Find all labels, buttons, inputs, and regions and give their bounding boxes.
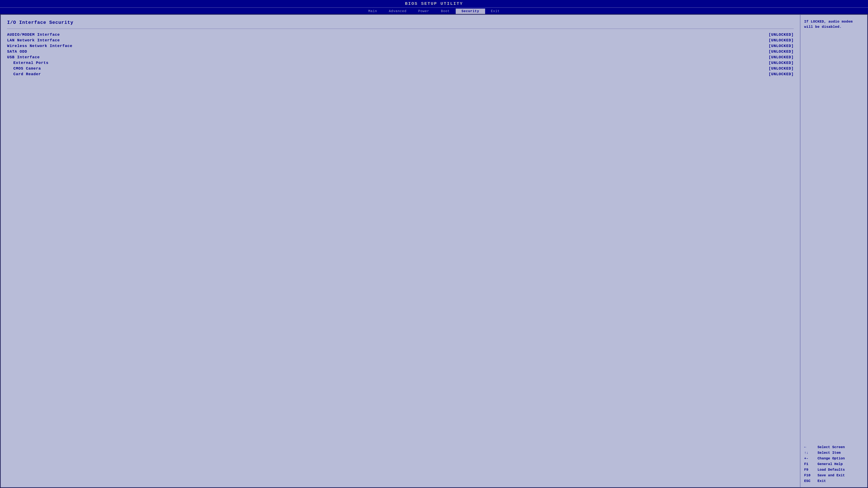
key-desc: Change Option	[817, 456, 845, 460]
key-row: ESCExit	[804, 479, 863, 483]
key-row: F9Load Defaults	[804, 468, 863, 472]
setting-row[interactable]: Card Reader[UNLOCKED]	[7, 72, 794, 77]
setting-value: [UNLOCKED]	[769, 72, 794, 77]
setting-row[interactable]: CMOS Camera[UNLOCKED]	[7, 66, 794, 71]
tab-exit[interactable]: Exit	[485, 8, 505, 14]
setting-row[interactable]: USB Interface[UNLOCKED]	[7, 55, 794, 60]
right-panel: If LOCKED, audio modem will be disabled.…	[800, 15, 867, 487]
setting-value: [UNLOCKED]	[769, 38, 794, 42]
panel-title: I/O Interface Security	[7, 20, 794, 25]
setting-value: [UNLOCKED]	[769, 66, 794, 71]
key-desc: General Help	[817, 462, 843, 466]
setting-value: [UNLOCKED]	[769, 55, 794, 60]
setting-row[interactable]: Wireless Network Interface[UNLOCKED]	[7, 44, 794, 48]
setting-value: [UNLOCKED]	[769, 33, 794, 37]
key-desc: Select Item	[817, 451, 841, 455]
key-name: F9	[804, 468, 814, 472]
setting-label: Wireless Network Interface	[7, 44, 72, 48]
key-row: ←Select Screen	[804, 445, 863, 449]
tab-advanced[interactable]: Advanced	[383, 8, 412, 14]
key-desc: Select Screen	[817, 445, 845, 449]
key-name: F1	[804, 462, 814, 466]
setting-row[interactable]: AUDIO/MODEM Interface[UNLOCKED]	[7, 33, 794, 37]
settings-list: AUDIO/MODEM Interface[UNLOCKED]LAN Netwo…	[7, 33, 794, 77]
key-name: ESC	[804, 479, 814, 483]
tab-bar: MainAdvancedPowerBootSecurityExit	[0, 8, 868, 14]
key-help: ←Select Screen↑↓Select Item+-Change Opti…	[804, 445, 863, 483]
setting-value: [UNLOCKED]	[769, 61, 794, 65]
key-row: F10Save and Exit	[804, 473, 863, 477]
setting-value: [UNLOCKED]	[769, 44, 794, 48]
setting-label: LAN Network Interface	[7, 38, 60, 42]
key-row: ↑↓Select Item	[804, 451, 863, 455]
setting-label: CMOS Camera	[7, 66, 41, 71]
tab-power[interactable]: Power	[412, 8, 435, 14]
key-desc: Load Defaults	[817, 468, 845, 472]
setting-row[interactable]: SATA ODD[UNLOCKED]	[7, 50, 794, 54]
setting-label: Card Reader	[7, 72, 41, 77]
key-desc: Save and Exit	[817, 473, 845, 477]
tab-security[interactable]: Security	[456, 8, 485, 14]
setting-row[interactable]: External Ports[UNLOCKED]	[7, 61, 794, 65]
key-name: F10	[804, 473, 814, 477]
setting-label: USB Interface	[7, 55, 40, 60]
setting-label: External Ports	[7, 61, 49, 65]
key-name: ↑↓	[804, 451, 814, 455]
setting-label: AUDIO/MODEM Interface	[7, 33, 60, 37]
setting-label: SATA ODD	[7, 50, 27, 54]
main-content: I/O Interface Security AUDIO/MODEM Inter…	[0, 15, 868, 488]
key-row: F1General Help	[804, 462, 863, 466]
setting-row[interactable]: LAN Network Interface[UNLOCKED]	[7, 38, 794, 42]
tab-main[interactable]: Main	[363, 8, 383, 14]
tab-boot[interactable]: Boot	[435, 8, 456, 14]
key-name: ←	[804, 445, 814, 449]
setting-value: [UNLOCKED]	[769, 50, 794, 54]
help-text: If LOCKED, audio modem will be disabled.	[804, 19, 863, 29]
key-name: +-	[804, 456, 814, 460]
key-desc: Exit	[817, 479, 826, 483]
bios-title: BIOS SETUP UTILITY	[0, 0, 868, 8]
key-row: +-Change Option	[804, 456, 863, 460]
left-panel: I/O Interface Security AUDIO/MODEM Inter…	[1, 15, 800, 487]
